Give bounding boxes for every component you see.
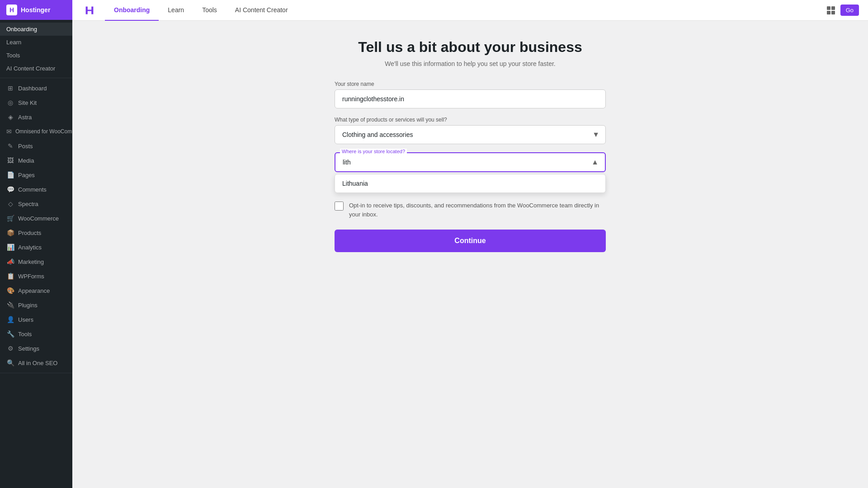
product-type-select-wrapper: Clothing and accessories ▼ xyxy=(335,125,606,144)
sidebar-item-dashboard[interactable]: ⊞ Dashboard xyxy=(0,81,72,95)
tab-onboarding[interactable]: Onboarding xyxy=(105,0,159,21)
store-name-input[interactable] xyxy=(335,89,606,108)
chevron-up-icon[interactable]: ▲ xyxy=(585,158,605,166)
sidebar-item-tools[interactable]: Tools xyxy=(0,49,72,62)
pages-icon: 📄 xyxy=(6,171,14,179)
astra-icon: ◈ xyxy=(6,113,14,121)
location-input-group: Where is your store located? ▲ xyxy=(335,152,606,172)
media-label: Media xyxy=(18,157,34,164)
top-logo xyxy=(81,2,98,19)
optin-checkbox[interactable] xyxy=(335,202,344,211)
sidebar-item-comments[interactable]: 💬 Comments xyxy=(0,182,72,197)
location-group: Where is your store located? ▲ Lithuania xyxy=(335,152,606,193)
location-input-wrapper: ▲ xyxy=(335,152,606,172)
store-name-label: Your store name xyxy=(335,81,606,87)
dashboard-label: Dashboard xyxy=(18,85,47,92)
sidebar-item-omnisend[interactable]: ✉ Omnisend for WooCommerce 1 xyxy=(0,124,72,139)
sidebar-item-users[interactable]: 👤 Users xyxy=(0,312,72,327)
content-area: Tell us a bit about your business We'll … xyxy=(72,21,868,488)
onboarding-label: Onboarding xyxy=(6,26,37,33)
posts-icon: ✎ xyxy=(6,142,14,150)
sidebar-item-spectra[interactable]: ◇ Spectra xyxy=(0,197,72,211)
location-dropdown: Lithuania xyxy=(335,174,606,193)
top-nav: Onboarding Learn Tools AI Content Creato… xyxy=(72,0,868,21)
settings-label: Settings xyxy=(18,345,39,352)
sidebar-wp-section: ⊞ Dashboard ◎ Site Kit ◈ Astra ✉ Omnisen… xyxy=(0,78,72,373)
main-area: Onboarding Learn Tools AI Content Creato… xyxy=(72,0,868,488)
pages-label: Pages xyxy=(18,172,35,178)
plugins-icon: 🔌 xyxy=(6,301,14,309)
woocommerce-icon: 🛒 xyxy=(6,214,14,222)
astra-label: Astra xyxy=(18,114,32,121)
form-container: Tell us a bit about your business We'll … xyxy=(335,39,606,252)
plugins-label: Plugins xyxy=(18,302,38,309)
wpforms-label: WPForms xyxy=(18,273,44,280)
go-button[interactable]: Go xyxy=(840,5,859,16)
omnisend-label: Omnisend for WooCommerce xyxy=(15,128,72,135)
sidebar-item-learn[interactable]: Learn xyxy=(0,36,72,49)
analytics-icon: 📊 xyxy=(6,243,14,251)
location-label: Where is your store located? xyxy=(340,149,407,154)
product-type-select[interactable]: Clothing and accessories xyxy=(335,125,606,144)
sidebar-item-products[interactable]: 📦 Products xyxy=(0,225,72,240)
sidebar-item-wpforms[interactable]: 📋 WPForms xyxy=(0,269,72,283)
store-name-group: Your store name xyxy=(335,81,606,108)
spectra-label: Spectra xyxy=(18,201,38,207)
hostinger-logo: H xyxy=(6,5,17,15)
seo-label: All in One SEO xyxy=(18,360,57,366)
sidebar-item-site-kit[interactable]: ◎ Site Kit xyxy=(0,95,72,110)
sidebar-item-posts[interactable]: ✎ Posts xyxy=(0,139,72,153)
woocommerce-label: WooCommerce xyxy=(18,215,59,222)
sidebar: H Hostinger Onboarding Learn Tools AI Co… xyxy=(0,0,72,488)
sidebar-item-analytics[interactable]: 📊 Analytics xyxy=(0,240,72,254)
tab-tools[interactable]: Tools xyxy=(193,0,226,21)
sidebar-item-ai-content[interactable]: AI Content Creator xyxy=(0,62,72,75)
users-label: Users xyxy=(18,316,33,323)
spectra-icon: ◇ xyxy=(6,200,14,208)
media-icon: 🖼 xyxy=(6,156,14,164)
comments-icon: 💬 xyxy=(6,185,14,193)
analytics-label: Analytics xyxy=(18,244,42,251)
sidebar-item-marketing[interactable]: 📣 Marketing xyxy=(0,254,72,269)
site-kit-icon: ◎ xyxy=(6,99,14,107)
sidebar-item-media[interactable]: 🖼 Media xyxy=(0,153,72,168)
grid-view-icon[interactable] xyxy=(827,6,835,14)
tools2-label: Tools xyxy=(18,331,32,338)
dropdown-item-lithuania[interactable]: Lithuania xyxy=(335,174,605,192)
comments-label: Comments xyxy=(18,186,47,193)
sidebar-item-settings[interactable]: ⚙ Settings xyxy=(0,341,72,356)
optin-row: Opt-in to receive tips, discounts, and r… xyxy=(335,201,606,219)
marketing-icon: 📣 xyxy=(6,258,14,266)
location-input[interactable] xyxy=(335,153,585,171)
brand-name: Hostinger xyxy=(21,6,50,14)
sidebar-item-woocommerce[interactable]: 🛒 WooCommerce xyxy=(0,211,72,225)
tab-learn[interactable]: Learn xyxy=(159,0,193,21)
sidebar-item-all-in-one-seo[interactable]: 🔍 All in One SEO xyxy=(0,356,72,370)
site-kit-label: Site Kit xyxy=(18,99,37,106)
product-type-label: What type of products or services will y… xyxy=(335,117,606,123)
optin-label: Opt-in to receive tips, discounts, and r… xyxy=(349,201,606,219)
sidebar-top-section: Onboarding Learn Tools AI Content Creato… xyxy=(0,20,72,78)
sidebar-item-onboarding[interactable]: Onboarding xyxy=(0,23,72,36)
ai-content-label: AI Content Creator xyxy=(6,65,55,72)
users-icon: 👤 xyxy=(6,315,14,324)
sidebar-item-tools2[interactable]: 🔧 Tools xyxy=(0,327,72,341)
sidebar-header[interactable]: H Hostinger xyxy=(0,0,72,20)
sidebar-item-appearance[interactable]: 🎨 Appearance xyxy=(0,283,72,298)
learn-label: Learn xyxy=(6,39,21,46)
sidebar-item-pages[interactable]: 📄 Pages xyxy=(0,168,72,182)
settings-icon: ⚙ xyxy=(6,344,14,352)
tools-label: Tools xyxy=(6,52,20,59)
sidebar-item-plugins[interactable]: 🔌 Plugins xyxy=(0,298,72,312)
seo-icon: 🔍 xyxy=(6,359,14,367)
tools-icon: 🔧 xyxy=(6,330,14,338)
wpforms-icon: 📋 xyxy=(6,272,14,280)
product-type-group: What type of products or services will y… xyxy=(335,117,606,144)
appearance-icon: 🎨 xyxy=(6,286,14,295)
continue-button[interactable]: Continue xyxy=(335,230,606,252)
marketing-label: Marketing xyxy=(18,258,44,265)
form-subtitle: We'll use this information to help you s… xyxy=(335,60,606,67)
products-icon: 📦 xyxy=(6,229,14,237)
tab-ai-content[interactable]: AI Content Creator xyxy=(226,0,297,21)
sidebar-item-astra[interactable]: ◈ Astra xyxy=(0,110,72,124)
